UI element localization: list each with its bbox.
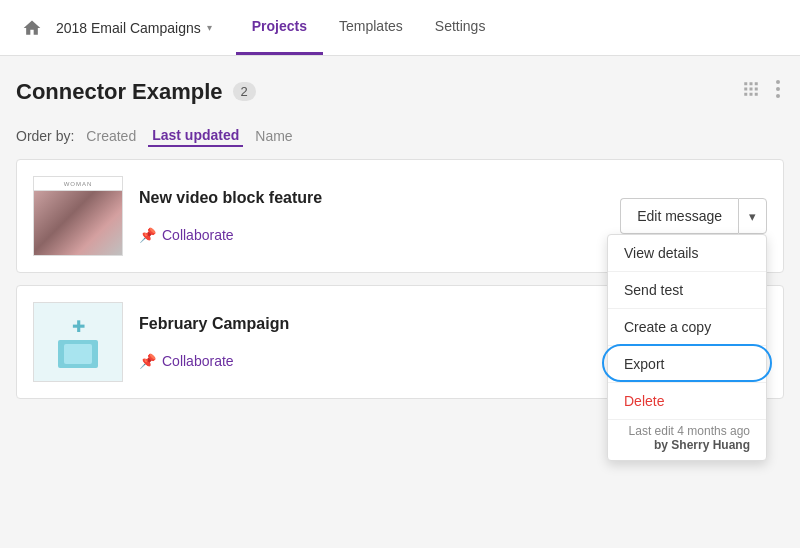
thumbnail-image-2: ✚ — [34, 303, 122, 381]
pin-icon-2: 📌 — [139, 353, 156, 369]
order-by-label: Order by: — [16, 128, 74, 144]
edit-message-button-1[interactable]: Edit message — [620, 198, 738, 234]
card-thumbnail-2: ✚ — [33, 302, 123, 382]
project-count-badge: 2 — [233, 82, 256, 101]
more-options-button[interactable] — [772, 76, 784, 107]
pin-icon-1: 📌 — [139, 227, 156, 243]
tab-templates[interactable]: Templates — [323, 0, 419, 55]
collaborate-label-1: Collaborate — [162, 227, 234, 243]
page-title-left: Connector Example 2 — [16, 79, 256, 105]
page-title-actions — [738, 76, 784, 107]
dropdown-send-test[interactable]: Send test — [608, 272, 766, 309]
order-last-updated[interactable]: Last updated — [148, 125, 243, 147]
svg-point-9 — [776, 80, 780, 84]
dropdown-chevron-icon: ▾ — [749, 209, 756, 224]
main-nav: Projects Templates Settings — [236, 0, 502, 55]
order-bar: Order by: Created Last updated Name — [0, 117, 800, 159]
workspace-chevron-icon: ▾ — [207, 22, 212, 33]
card-actions-wrap-1: Edit message ▾ View details Send test Cr… — [620, 198, 767, 234]
order-name[interactable]: Name — [251, 126, 296, 146]
card-title-1: New video block feature — [139, 189, 620, 207]
tab-settings[interactable]: Settings — [419, 0, 502, 55]
last-edit-text: Last edit 4 months ago — [624, 424, 750, 438]
svg-rect-5 — [755, 88, 758, 91]
editor-name: by Sherry Huang — [624, 438, 750, 452]
package-box-icon — [58, 340, 98, 368]
svg-rect-8 — [755, 93, 758, 96]
dropdown-toggle-button-1[interactable]: ▾ — [738, 198, 767, 234]
svg-rect-1 — [750, 82, 753, 85]
main-content: WOMAN New video block feature 📌 Collabor… — [0, 159, 800, 399]
card-thumbnail-1: WOMAN — [33, 176, 123, 256]
thumbnail-image-1 — [34, 191, 122, 255]
dropdown-view-details[interactable]: View details — [608, 235, 766, 272]
svg-rect-0 — [744, 82, 747, 85]
order-created[interactable]: Created — [82, 126, 140, 146]
svg-rect-6 — [744, 93, 747, 96]
tab-projects[interactable]: Projects — [236, 0, 323, 55]
grid-view-button[interactable] — [738, 76, 764, 107]
page-title: Connector Example — [16, 79, 223, 105]
dropdown-create-copy[interactable]: Create a copy — [608, 309, 766, 346]
dropdown-menu-1: View details Send test Create a copy Exp… — [607, 234, 767, 461]
svg-rect-4 — [750, 88, 753, 91]
card-info-1: New video block feature 📌 Collaborate — [139, 189, 620, 243]
svg-rect-2 — [755, 82, 758, 85]
collaborate-label-2: Collaborate — [162, 353, 234, 369]
collaborate-button-1[interactable]: 📌 Collaborate — [139, 227, 620, 243]
svg-rect-3 — [744, 88, 747, 91]
package-box-inner — [64, 344, 92, 364]
svg-point-10 — [776, 87, 780, 91]
page-title-bar: Connector Example 2 — [0, 56, 800, 117]
export-label: Export — [624, 356, 664, 372]
app-header: 2018 Email Campaigns ▾ Projects Template… — [0, 0, 800, 56]
plus-icon: ✚ — [72, 317, 85, 336]
workspace-name: 2018 Email Campaigns — [56, 20, 201, 36]
table-row: WOMAN New video block feature 📌 Collabor… — [16, 159, 784, 273]
svg-point-11 — [776, 94, 780, 98]
home-button[interactable] — [16, 12, 48, 44]
dropdown-export[interactable]: Export — [608, 346, 766, 383]
workspace-selector[interactable]: 2018 Email Campaigns ▾ — [56, 20, 212, 36]
thumbnail-top-label: WOMAN — [34, 177, 122, 191]
dropdown-delete[interactable]: Delete — [608, 383, 766, 420]
last-edit-info: Last edit 4 months ago by Sherry Huang — [608, 420, 766, 460]
svg-rect-7 — [750, 93, 753, 96]
card-actions-1: Edit message ▾ — [620, 198, 767, 234]
